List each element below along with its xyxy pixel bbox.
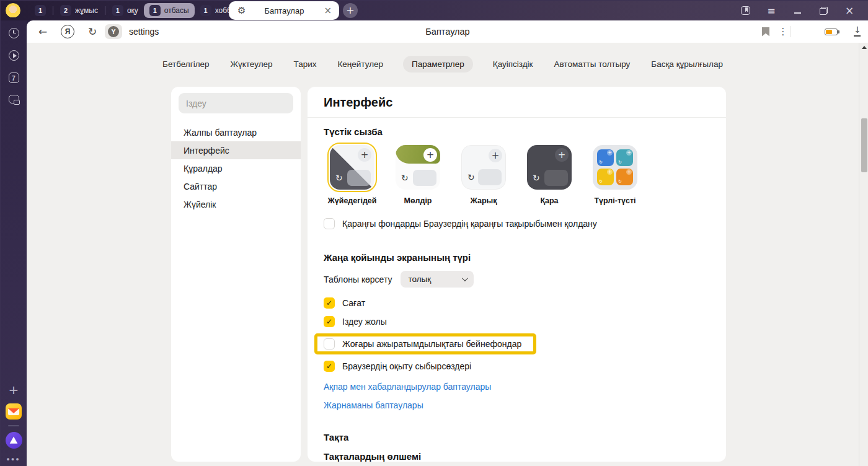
clock-option[interactable]: ✓ Сағат — [324, 296, 710, 310]
sidebar-item-system[interactable]: Жүйелік — [171, 195, 301, 213]
group-separator — [53, 6, 53, 15]
history-button[interactable] — [1, 28, 27, 38]
bookmark-icon — [762, 27, 769, 37]
theme-system[interactable]: + ↻ Жүйедегідей — [329, 145, 375, 205]
tab-close-icon[interactable]: × — [322, 5, 333, 16]
checkbox-label: Сағат — [342, 298, 365, 308]
media-button[interactable] — [1, 50, 27, 61]
site-badge[interactable]: Y — [105, 24, 122, 39]
new-tab-button[interactable]: + — [343, 3, 358, 18]
back-button[interactable]: ← — [34, 20, 51, 43]
tabs-counter-button[interactable]: 7 — [1, 73, 27, 83]
settings-page: Бетбелгілер Жүктеулер Тарих Кеңейтулер П… — [27, 43, 868, 466]
sidebar-item-sites[interactable]: Сайттар — [171, 177, 301, 195]
scrollbar-thumb[interactable] — [861, 118, 867, 172]
mail-icon — [6, 403, 22, 420]
more-panels-button[interactable]: ••• — [1, 454, 27, 464]
theme-dark-tile[interactable]: + ↻ — [527, 145, 572, 190]
menu-button[interactable]: ≡ — [758, 1, 784, 20]
screenshot-button[interactable] — [1, 95, 27, 103]
gear-icon: ⚙ — [237, 5, 246, 16]
tab-group[interactable]: 1 — [29, 3, 51, 18]
sidebar-item-interface[interactable]: Интерфейс — [171, 141, 301, 159]
tab-group-count: 2 — [60, 5, 71, 16]
minimize-button[interactable] — [784, 1, 810, 20]
settings-sections: Жалпы баптаулар Интерфейс Құралдар Сайтт… — [171, 123, 301, 213]
play-icon — [9, 50, 19, 61]
browser-window: 1 2 жұмыс 1 оқу 1 отбасы 1 хобби — [0, 0, 868, 466]
checkbox-unchecked[interactable] — [324, 338, 335, 350]
settings-links: Ақпар мен хабарландырулар баптаулары Жар… — [324, 382, 710, 410]
battery-icon — [825, 29, 838, 35]
settings-nav: Бетбелгілер Жүктеулер Тарих Кеңейтулер П… — [27, 56, 859, 73]
screenshot-icon — [9, 95, 19, 103]
tab-other-devices[interactable]: Басқа құрылғылар — [650, 56, 724, 73]
search-bar-option[interactable]: ✓ Іздеу жолы — [324, 315, 710, 328]
rail-divider — [8, 425, 19, 426]
ads-settings-link[interactable]: Жарнаманы баптаулары — [324, 400, 710, 410]
scrollbar[interactable] — [859, 43, 868, 466]
checkbox-checked[interactable]: ✓ — [324, 361, 335, 372]
tab-settings-active[interactable]: Параметрлер — [403, 56, 473, 73]
theme-transparent[interactable]: + ↻ Мөлдір — [395, 145, 441, 205]
reload-button[interactable]: ↻ — [84, 20, 101, 43]
checkbox-unchecked[interactable] — [324, 218, 335, 229]
tab-downloads[interactable]: Жүктеулер — [229, 56, 274, 73]
tab-extensions[interactable]: Кеңейтулер — [337, 56, 385, 73]
tab-group[interactable]: 1 оқу — [107, 3, 144, 18]
refresh-icon: ↻ — [401, 173, 409, 183]
news-notifications-settings-link[interactable]: Ақпар мен хабарландырулар баптаулары — [324, 382, 710, 392]
tab-security[interactable]: Қауіпсіздік — [492, 56, 534, 73]
more-actions-button[interactable]: ⋮ — [776, 20, 790, 43]
theme-system-tile[interactable]: + ↻ — [330, 145, 374, 190]
color-scheme-heading: Түстік сызба — [324, 126, 710, 137]
tab-group-count: 1 — [200, 5, 211, 16]
bookmark-button[interactable] — [757, 20, 774, 43]
theme-light[interactable]: + ↻ Жарық — [461, 145, 507, 205]
theme-colorful[interactable]: Түрлі-түсті — [592, 145, 638, 205]
sidebar-item-tools[interactable]: Құралдар — [171, 159, 301, 177]
interface-settings-card: Интерфейс Түстік сызба + ↻ Жүйедегідей — [308, 87, 726, 462]
panel-heading: Тақта — [324, 432, 710, 442]
checkbox-checked[interactable]: ✓ — [324, 297, 335, 309]
tab-group[interactable]: 2 жұмыс — [55, 3, 104, 18]
scrollbar-up-arrow[interactable] — [862, 46, 867, 49]
add-panel-button[interactable]: + — [1, 382, 27, 397]
address-bar: ← Я ↻ Y settings Баптаулар ⋮ ↓ — [27, 20, 868, 43]
checkbox-label: Жоғары ажыратымдылықтағы бейнефондар — [342, 339, 521, 349]
tablo-mode-dropdown[interactable]: толық — [401, 271, 474, 288]
tab-settings[interactable]: ⚙ Баптаулар × — [229, 1, 339, 20]
checkbox-checked[interactable]: ✓ — [324, 316, 335, 327]
theme-colorful-tile[interactable] — [593, 145, 637, 190]
url-text[interactable]: settings — [129, 20, 159, 43]
mail-button[interactable] — [1, 403, 27, 420]
tab-bookmarks[interactable]: Бетбелгілер — [161, 56, 210, 73]
tab-group-label: оқу — [127, 6, 138, 15]
downloads-button[interactable]: ↓ — [849, 20, 866, 43]
profile-avatar[interactable] — [5, 2, 21, 19]
dark-backgrounds-option[interactable]: Қараңғы фондарды Браузердің қараңғы тақы… — [324, 218, 710, 229]
addressbar-divider — [790, 26, 790, 37]
restore-button[interactable] — [810, 1, 836, 20]
theme-dark[interactable]: + ↻ Қара — [526, 145, 572, 205]
battery-saver-button[interactable] — [822, 20, 840, 43]
theme-light-tile[interactable]: + ↻ — [461, 145, 506, 190]
close-button[interactable]: × — [836, 1, 862, 20]
tab-group-count: 1 — [149, 5, 161, 16]
tablo-display-setting: Таблоны көрсету толық — [324, 271, 710, 288]
tab-autofill[interactable]: Автоматты толтыру — [552, 56, 631, 73]
hd-video-backgrounds-option-highlighted[interactable]: Жоғары ажыратымдылықтағы бейнефондар — [314, 333, 536, 354]
yandex-home-button[interactable]: Я — [59, 20, 76, 43]
tab-history[interactable]: Тарих — [293, 56, 318, 73]
tab-group-label: жұмыс — [75, 6, 98, 15]
side-rail: 7 + ••• — [1, 20, 27, 466]
search-input[interactable] — [179, 93, 293, 113]
clock-icon — [9, 28, 19, 38]
browser-tips-option[interactable]: ✓ Браузердің оқыту сыбырсөздері — [324, 359, 710, 373]
alice-button[interactable] — [1, 432, 27, 449]
tab-group-active[interactable]: 1 отбасы — [144, 3, 195, 18]
side-panel-button[interactable] — [732, 1, 758, 20]
mini-theme-yellow — [597, 169, 614, 185]
theme-transparent-tile[interactable]: + ↻ — [396, 145, 440, 190]
sidebar-item-general[interactable]: Жалпы баптаулар — [171, 123, 301, 141]
